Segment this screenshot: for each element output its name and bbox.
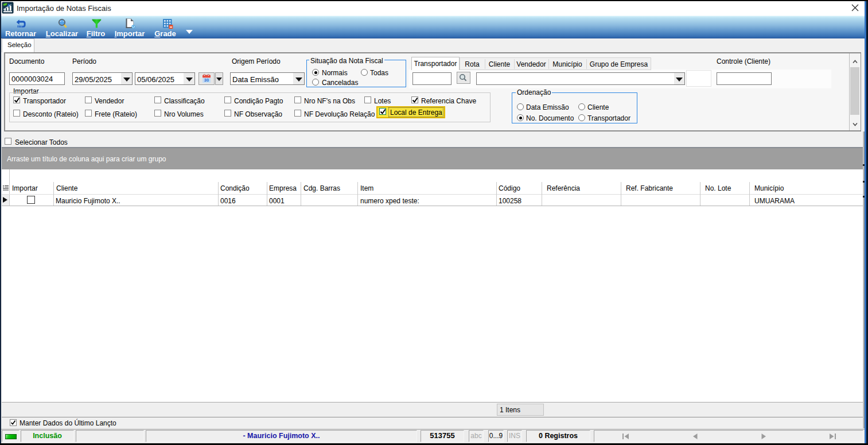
- svg-text:30: 30: [204, 78, 209, 83]
